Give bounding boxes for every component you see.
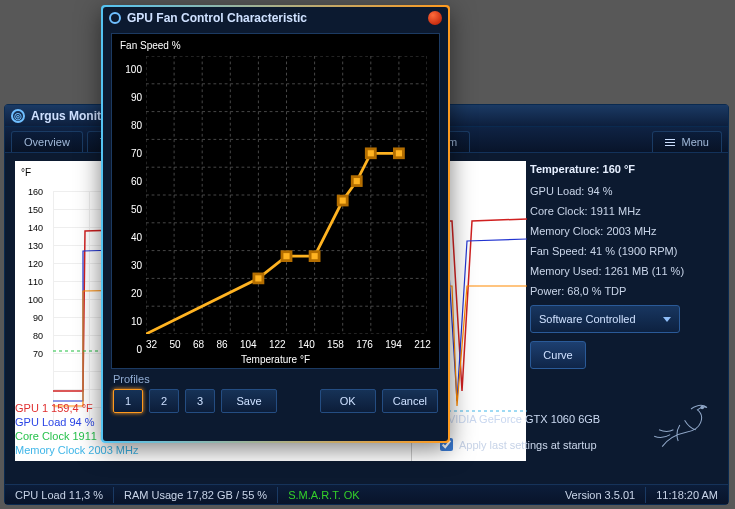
y-unit-label: °F <box>21 167 31 178</box>
close-icon[interactable] <box>428 11 442 25</box>
profile-2-button[interactable]: 2 <box>149 389 179 413</box>
ok-button[interactable]: OK <box>320 389 376 413</box>
info-core-clock: Core Clock: 1911 MHz <box>530 201 720 221</box>
chart-x-ticks: 32506886104122140158176194212 <box>146 339 431 350</box>
profiles-label: Profiles <box>113 373 438 385</box>
status-bar: CPU Load 11,3 % RAM Usage 17,82 GB / 55 … <box>5 484 728 504</box>
gecko-logo-icon <box>632 393 718 449</box>
info-memory-used: Memory Used: 1261 MB (11 %) <box>530 261 720 281</box>
legend-mem: Memory Clock 2003 MHz <box>15 443 138 457</box>
gpu-model-label: NVIDIA GeForce GTX 1060 6GB <box>440 413 600 425</box>
info-temperature: Temperature: 160 °F <box>530 159 720 179</box>
svg-rect-28 <box>366 149 375 158</box>
hamburger-icon <box>665 139 675 146</box>
menu-label: Menu <box>681 136 709 148</box>
info-gpu-load: GPU Load: 94 % <box>530 181 720 201</box>
dialog-titlebar: GPU Fan Control Characteristic <box>103 7 448 29</box>
status-smart: S.M.A.R.T. OK <box>278 489 370 501</box>
save-button[interactable]: Save <box>221 389 277 413</box>
info-memory-clock: Memory Clock: 2003 MHz <box>530 221 720 241</box>
info-fan-speed: Fan Speed: 41 % (1900 RPM) <box>530 241 720 261</box>
dialog-logo-icon <box>109 12 121 24</box>
chart-y-title: Fan Speed % <box>120 40 181 51</box>
svg-rect-23 <box>254 274 263 283</box>
info-power: Power: 68,0 % TDP <box>530 281 720 301</box>
tab-overview[interactable]: Overview <box>11 131 83 152</box>
dialog-title: GPU Fan Control Characteristic <box>127 11 307 25</box>
status-version: Version 3.5.01 <box>555 489 645 501</box>
fan-curve-chart[interactable]: Fan Speed % 1009080706050403020100 32506… <box>111 33 440 369</box>
apply-at-startup-label: Apply last settings at startup <box>459 439 597 451</box>
fan-mode-select[interactable]: Software Controlled <box>530 305 680 333</box>
svg-rect-25 <box>310 252 319 261</box>
cancel-button[interactable]: Cancel <box>382 389 438 413</box>
svg-point-0 <box>701 406 704 409</box>
chart-y-ticks: 1009080706050403020100 <box>118 56 142 364</box>
chart-x-title: Temperature °F <box>112 354 439 365</box>
fan-curve-dialog: GPU Fan Control Characteristic Fan Speed… <box>101 5 450 443</box>
status-ram: RAM Usage 17,82 GB / 55 % <box>114 489 277 501</box>
fan-curve-svg <box>146 56 427 334</box>
profile-1-button[interactable]: 1 <box>113 389 143 413</box>
status-cpu: CPU Load 11,3 % <box>5 489 113 501</box>
chevron-down-icon <box>663 317 671 322</box>
svg-rect-29 <box>394 149 403 158</box>
menu-button[interactable]: Menu <box>652 131 722 152</box>
curve-button[interactable]: Curve <box>530 341 586 369</box>
fan-mode-value: Software Controlled <box>539 309 636 329</box>
profile-3-button[interactable]: 3 <box>185 389 215 413</box>
svg-rect-27 <box>352 177 361 186</box>
gpu-info-panel: Temperature: 160 °F GPU Load: 94 % Core … <box>530 159 720 369</box>
y-tick-labels: 160 150 140 130 120 110 100 90 80 70 <box>21 183 43 363</box>
profiles-section: Profiles 1 2 3 Save OK Cancel <box>103 369 448 421</box>
status-time: 11:18:20 AM <box>646 489 728 501</box>
svg-rect-26 <box>338 196 347 205</box>
svg-rect-24 <box>282 252 291 261</box>
app-logo-icon: ◎ <box>11 109 25 123</box>
apply-at-startup[interactable]: Apply last settings at startup <box>440 438 597 451</box>
